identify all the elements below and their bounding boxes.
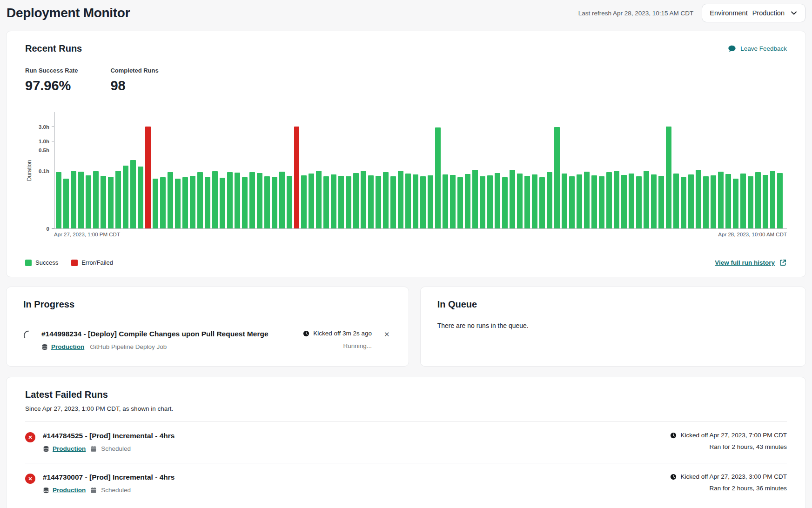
run-bar[interactable] <box>227 172 233 228</box>
run-bar[interactable] <box>390 176 396 228</box>
run-bar[interactable] <box>182 177 188 228</box>
run-bar[interactable] <box>688 174 694 228</box>
run-bar[interactable] <box>353 173 359 228</box>
run-bar[interactable] <box>450 175 456 228</box>
run-bar[interactable] <box>725 174 731 228</box>
run-bar[interactable] <box>651 174 657 228</box>
run-bar[interactable] <box>405 174 411 228</box>
run-bar[interactable] <box>86 175 91 228</box>
run-bar[interactable] <box>220 178 225 228</box>
run-bar[interactable] <box>510 170 515 228</box>
run-bar[interactable] <box>435 127 441 228</box>
run-bar[interactable] <box>331 174 336 228</box>
run-bar[interactable] <box>242 177 248 228</box>
run-bar[interactable] <box>606 172 612 228</box>
run-bar[interactable] <box>681 177 686 228</box>
run-bar[interactable] <box>644 171 649 228</box>
run-bar[interactable] <box>376 176 381 228</box>
run-bar[interactable] <box>212 171 218 228</box>
run-bar[interactable] <box>696 170 701 228</box>
run-bar[interactable] <box>108 177 114 228</box>
run-bar[interactable] <box>294 127 300 228</box>
environment-dropdown[interactable]: Environment Production <box>702 4 805 22</box>
run-bar[interactable] <box>301 175 307 228</box>
environment-link[interactable]: Production <box>51 343 84 350</box>
cancel-run-button[interactable]: ✕ <box>382 330 392 339</box>
run-bar[interactable] <box>257 173 262 228</box>
run-bar[interactable] <box>562 174 567 228</box>
run-bar[interactable] <box>428 175 433 228</box>
run-bar[interactable] <box>740 174 746 228</box>
run-bar[interactable] <box>487 175 493 228</box>
run-bar[interactable] <box>480 176 485 228</box>
run-bar[interactable] <box>443 174 448 228</box>
run-bar[interactable] <box>577 174 582 228</box>
run-bar[interactable] <box>584 172 590 228</box>
run-bar[interactable] <box>614 171 619 228</box>
run-bar[interactable] <box>190 176 195 228</box>
run-bar[interactable] <box>763 175 768 228</box>
run-bar[interactable] <box>532 174 537 228</box>
run-bar[interactable] <box>591 175 597 228</box>
run-bar[interactable] <box>629 174 634 228</box>
run-bar[interactable] <box>287 176 292 228</box>
run-bar[interactable] <box>733 179 738 228</box>
run-bar[interactable] <box>323 176 329 228</box>
run-bar[interactable] <box>383 172 389 228</box>
run-bar[interactable] <box>658 176 664 228</box>
run-bar[interactable] <box>413 174 418 228</box>
run-bar[interactable] <box>711 175 716 228</box>
run-bar[interactable] <box>517 174 523 228</box>
run-bar[interactable] <box>368 175 374 228</box>
run-bar[interactable] <box>272 177 277 228</box>
run-bar[interactable] <box>197 172 203 228</box>
view-full-run-history-link[interactable]: View full run history <box>715 259 787 267</box>
run-bar[interactable] <box>703 176 709 228</box>
run-bar[interactable] <box>666 127 671 228</box>
run-bar[interactable] <box>718 172 724 228</box>
run-bar[interactable] <box>524 176 530 228</box>
run-bar[interactable] <box>115 171 121 228</box>
run-bar[interactable] <box>145 127 151 228</box>
run-bar[interactable] <box>264 176 270 228</box>
run-bar[interactable] <box>621 175 627 228</box>
run-bar[interactable] <box>547 172 552 228</box>
run-bar[interactable] <box>777 173 783 228</box>
run-bar[interactable] <box>465 174 470 228</box>
run-bar[interactable] <box>78 172 84 228</box>
run-bar[interactable] <box>138 167 143 228</box>
run-bar[interactable] <box>755 172 761 228</box>
run-bar[interactable] <box>279 172 285 228</box>
run-bar[interactable] <box>56 172 61 228</box>
run-bar[interactable] <box>599 176 604 228</box>
run-bar[interactable] <box>175 179 181 228</box>
run-bar[interactable] <box>160 177 166 228</box>
run-bar[interactable] <box>495 173 500 228</box>
run-bar[interactable] <box>770 171 776 228</box>
run-bar[interactable] <box>235 173 240 228</box>
run-bar[interactable] <box>205 177 210 228</box>
run-bar[interactable] <box>338 176 344 228</box>
run-bar[interactable] <box>398 171 403 228</box>
run-bar[interactable] <box>101 176 106 228</box>
run-bar[interactable] <box>153 179 158 228</box>
run-bar[interactable] <box>636 176 642 228</box>
run-bar[interactable] <box>168 172 173 228</box>
run-bar[interactable] <box>502 177 508 228</box>
run-bar[interactable] <box>569 176 575 228</box>
run-bar[interactable] <box>123 166 128 228</box>
run-bar[interactable] <box>748 176 753 228</box>
run-bar[interactable] <box>316 171 322 228</box>
run-bar[interactable] <box>361 171 366 228</box>
run-bar[interactable] <box>93 171 99 228</box>
environment-link[interactable]: Production <box>53 445 86 452</box>
run-bar[interactable] <box>346 176 351 228</box>
run-bar[interactable] <box>472 170 478 228</box>
run-bar[interactable] <box>539 177 545 228</box>
leave-feedback-button[interactable]: Leave Feedback <box>728 45 787 53</box>
run-bar[interactable] <box>420 176 426 228</box>
run-bar[interactable] <box>130 160 136 228</box>
run-bar[interactable] <box>554 127 560 228</box>
run-bar[interactable] <box>673 174 679 228</box>
run-bar[interactable] <box>63 179 69 228</box>
